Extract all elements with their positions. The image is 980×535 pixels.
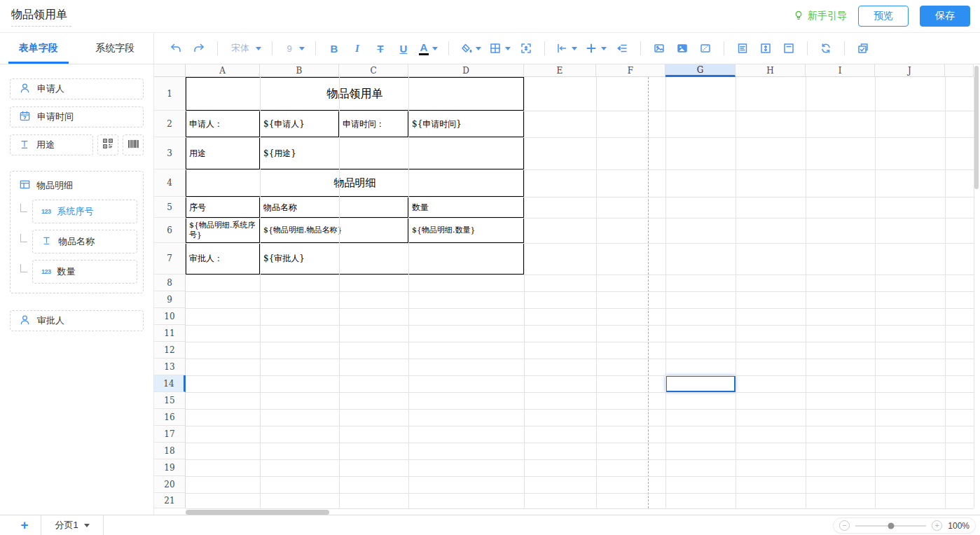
cell-qty_header[interactable]: 数量 [408,197,524,218]
save-button[interactable]: 保存 [920,6,970,27]
row-header-5[interactable]: 5 [154,197,186,218]
cell-name_header[interactable]: 物品名称 [260,197,408,218]
tab-system-fields[interactable]: 系统字段 [77,33,154,64]
image-button[interactable] [650,39,668,58]
document-title[interactable]: 物品领用单 [11,6,71,27]
row-header-21[interactable]: 21 [154,493,186,508]
row-header-7[interactable]: 7 [154,243,186,275]
preview-button[interactable]: 预览 [858,6,909,27]
column-header-A[interactable]: A [186,64,260,77]
column-header-F[interactable]: F [596,64,665,77]
merge-cells-button[interactable] [517,39,535,58]
indent-button[interactable] [613,39,631,58]
selected-cell-G14[interactable] [665,375,736,392]
cell-approver_label[interactable]: 审批人： [186,243,260,275]
field-item-item-name[interactable]: 物品名称 [32,230,137,253]
field-item-applicant[interactable]: 申请人 [10,78,144,99]
background-image-button[interactable] [673,39,691,58]
column-header-C[interactable]: C [339,64,408,77]
zoom-in-button[interactable]: + [932,520,942,531]
row-header-2[interactable]: 2 [154,111,186,137]
field-item-approver[interactable]: 审批人 [10,310,144,331]
cell-applicant_value[interactable]: ${申请人} [260,111,339,137]
cell-title[interactable]: 物品领用单 [186,77,524,111]
group-header-item-details[interactable]: 物品明细 [16,179,137,193]
row-height-button[interactable] [757,39,775,58]
column-header-G[interactable]: G [665,64,736,77]
spreadsheet-canvas[interactable]: 物品领用单申请人：${申请人}申请时间：${申请时间}用途${用途}物品明细序号… [154,64,980,515]
column-header-E[interactable]: E [524,64,596,77]
column-header-J[interactable]: J [875,64,945,77]
field-item-quantity[interactable]: 123 数量 [32,260,137,284]
tab-form-fields[interactable]: 表单字段 [0,33,77,64]
cell-name_value[interactable]: ${物品明细.物品名称} [260,218,408,243]
field-item-system-seq[interactable]: 123 系统序号 [32,200,137,223]
grid-line [186,325,974,326]
row-header-6[interactable]: 6 [154,218,186,243]
row-header-17[interactable]: 17 [154,426,186,443]
column-header-H[interactable]: H [736,64,806,77]
add-sheet-button[interactable]: + [15,517,34,533]
row-header-4[interactable]: 4 [154,169,186,197]
strikethrough-button[interactable]: T [371,39,389,58]
cell-detail_title[interactable]: 物品明细 [186,169,524,197]
redo-button[interactable] [190,39,208,58]
row-header-20[interactable]: 20 [154,476,186,493]
row-header-14[interactable]: 14 [154,375,186,392]
cell-qty_value[interactable]: ${物品明细.数量} [408,218,524,243]
barcode-button[interactable] [123,134,144,155]
header-row-button[interactable] [780,39,798,58]
cell-time_value[interactable]: ${申请时间} [408,111,524,137]
row-header-13[interactable]: 13 [154,359,186,375]
bold-button[interactable]: B [325,39,343,58]
font-size-select[interactable]: 9 [282,39,306,58]
row-header-10[interactable]: 10 [154,308,186,325]
align-button[interactable] [554,39,579,58]
qrcode-button[interactable] [97,134,118,155]
row-header-12[interactable]: 12 [154,342,186,359]
copy-sheet-button[interactable] [854,39,872,58]
row-header-11[interactable]: 11 [154,325,186,342]
underline-button[interactable]: U [394,39,413,58]
italic-button[interactable]: I [348,39,366,58]
zoom-out-button[interactable]: − [839,520,850,531]
beginner-guide-link[interactable]: 新手引导 [793,10,847,23]
row-header-3[interactable]: 3 [154,137,186,169]
font-color-button[interactable]: A [417,39,439,58]
cell-time_label[interactable]: 申请时间： [339,111,408,137]
cell-purpose_label[interactable]: 用途 [186,137,260,169]
column-header-D[interactable]: D [408,64,524,77]
cell-purpose_value[interactable]: ${用途} [260,137,524,169]
select-all-corner[interactable] [154,64,186,77]
row-header-1[interactable]: 1 [154,77,186,111]
cell-seq_value[interactable]: ${物品明细.系统序号} [186,218,260,243]
watermark-button[interactable] [696,39,715,58]
field-item-apply-time[interactable]: 申请时间 [10,106,144,127]
column-header-I[interactable]: I [806,64,875,77]
horizontal-scrollbar[interactable] [186,510,329,515]
insert-button[interactable] [584,39,608,58]
undo-button[interactable] [167,39,185,58]
cell-applicant_label[interactable]: 申请人： [186,111,260,137]
vertical-scrollbar[interactable] [974,66,979,189]
page-settings-button[interactable] [733,39,752,58]
fill-color-button[interactable] [458,39,483,58]
zoom-slider[interactable] [855,525,926,527]
font-family-select[interactable]: 宋体 [227,39,263,58]
row-header-19[interactable]: 19 [154,459,186,476]
zoom-slider-handle[interactable] [888,522,894,529]
refresh-button[interactable] [817,39,835,58]
field-item-purpose[interactable]: 用途 [10,134,93,155]
sheet-tab[interactable]: 分页1 [41,515,104,535]
column-header-partial[interactable] [945,64,974,77]
borders-button[interactable] [488,39,512,58]
field-item-label: 用途 [36,139,55,151]
cell-approver_value[interactable]: ${审批人} [260,243,524,275]
row-header-8[interactable]: 8 [154,275,186,291]
row-header-16[interactable]: 16 [154,409,186,426]
row-header-9[interactable]: 9 [154,291,186,308]
column-header-B[interactable]: B [260,64,339,77]
row-header-15[interactable]: 15 [154,392,186,409]
row-header-18[interactable]: 18 [154,443,186,459]
cell-seq_header[interactable]: 序号 [186,197,260,218]
